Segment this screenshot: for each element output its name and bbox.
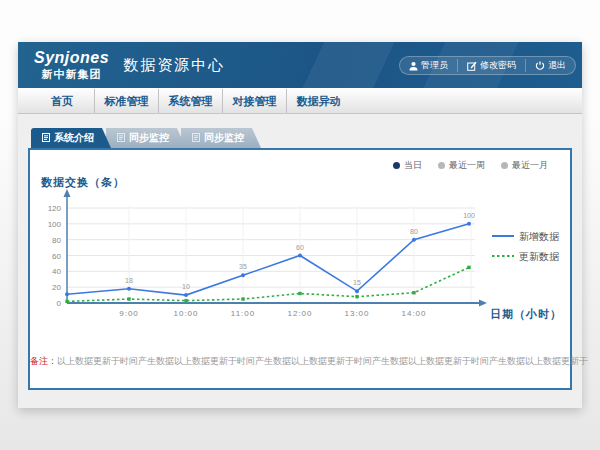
- svg-text:35: 35: [239, 263, 247, 270]
- tab-label: 同步监控: [129, 131, 169, 145]
- svg-text:更新数据: 更新数据: [519, 251, 560, 262]
- radio-option-1[interactable]: 当日: [393, 159, 422, 172]
- svg-text:80: 80: [410, 228, 418, 235]
- user-account-button[interactable]: 管理员: [400, 59, 457, 72]
- radio-dot: [438, 162, 445, 169]
- svg-text:80: 80: [52, 236, 61, 245]
- svg-text:60: 60: [296, 244, 304, 251]
- line-chart: 0204060801001209:0010:0011:0012:0013:001…: [30, 150, 570, 388]
- nav-item-2[interactable]: 标准管理: [94, 89, 158, 113]
- tab-label: 同步监控: [204, 131, 244, 145]
- nav-item-3[interactable]: 系统管理: [158, 89, 222, 113]
- radio-option-3[interactable]: 最近一月: [501, 159, 548, 172]
- footnote-prefix: 备注：: [30, 356, 57, 366]
- svg-text:100: 100: [463, 212, 475, 219]
- nav-item-4[interactable]: 对接管理: [222, 89, 286, 113]
- main-nav: 首页标准管理系统管理对接管理数据异动: [18, 88, 582, 114]
- footnote: 备注：以上数据更新于时间产生数据以上数据更新于时间产生数据以上数据更新于时间产生…: [30, 355, 570, 368]
- footnote-text: 以上数据更新于时间产生数据以上数据更新于时间产生数据以上数据更新于时间产生数据以…: [57, 356, 588, 366]
- logout-button[interactable]: 退出: [525, 59, 575, 72]
- user-icon: [409, 61, 418, 71]
- svg-text:10: 10: [182, 283, 190, 290]
- legend-item-2[interactable]: 更新数据: [492, 251, 560, 262]
- logo-brand-text: Synjones: [34, 50, 109, 66]
- svg-text:13:00: 13:00: [344, 309, 369, 318]
- time-range-filter: 当日最近一周最近一月: [393, 159, 548, 172]
- document-icon: [42, 133, 50, 144]
- tab-2[interactable]: 同步监控: [106, 128, 186, 148]
- axis-tick-labels: 0204060801001209:0010:0011:0012:0013:001…: [48, 204, 427, 318]
- svg-text:14:00: 14:00: [401, 309, 426, 318]
- logo-company-name: 新中新集团: [34, 69, 109, 80]
- legend-item-1[interactable]: 新增数据: [492, 231, 560, 242]
- series-新增数据: 181035601580100: [65, 212, 475, 297]
- svg-text:10:00: 10:00: [173, 309, 198, 318]
- edit-icon: [467, 61, 477, 71]
- user-menu-label: 管理员: [421, 59, 448, 72]
- svg-text:12:00: 12:00: [287, 309, 312, 318]
- document-icon: [117, 133, 125, 144]
- tab-bar: 系统介绍同步监控同步监控: [31, 128, 261, 148]
- svg-text:20: 20: [52, 283, 61, 292]
- svg-text:15: 15: [353, 279, 361, 286]
- radio-option-2[interactable]: 最近一周: [438, 159, 485, 172]
- svg-text:11:00: 11:00: [231, 309, 255, 318]
- page-title: 数据资源中心: [123, 56, 225, 75]
- radio-dot: [501, 162, 508, 169]
- user-menu: 管理员修改密码退出: [399, 56, 576, 75]
- nav-item-1[interactable]: 首页: [30, 89, 94, 113]
- tab-1[interactable]: 系统介绍: [31, 128, 111, 148]
- svg-text:120: 120: [48, 204, 62, 213]
- svg-text:18: 18: [125, 277, 133, 284]
- tab-label: 系统介绍: [54, 131, 94, 145]
- svg-text:9:00: 9:00: [119, 309, 139, 318]
- svg-text:60: 60: [52, 252, 61, 261]
- svg-text:新增数据: 新增数据: [519, 231, 560, 242]
- svg-text:0: 0: [57, 299, 62, 308]
- radio-label: 当日: [404, 159, 422, 172]
- user-menu-label: 退出: [548, 59, 566, 72]
- app-window: Synjones 新中新集团 数据资源中心 管理员修改密码退出 首页标准管理系统…: [18, 42, 582, 408]
- app-header: Synjones 新中新集团 数据资源中心 管理员修改密码退出: [18, 42, 582, 88]
- user-menu-label: 修改密码: [480, 59, 516, 72]
- svg-text:100: 100: [48, 220, 62, 229]
- chart-panel: 当日最近一周最近一月 数据交换（条） 日期（小时） 02040608010012…: [28, 148, 572, 390]
- radio-label: 最近一周: [449, 159, 485, 172]
- content-area: 系统介绍同步监控同步监控 当日最近一周最近一月 数据交换（条） 日期（小时） 0…: [18, 114, 582, 408]
- logout-icon: [535, 61, 545, 71]
- document-icon: [192, 133, 200, 144]
- radio-label: 最近一月: [512, 159, 548, 172]
- company-logo[interactable]: Synjones 新中新集团: [34, 50, 109, 80]
- tab-3[interactable]: 同步监控: [181, 128, 261, 148]
- change-password-button[interactable]: 修改密码: [457, 59, 525, 72]
- nav-item-5[interactable]: 数据异动: [286, 89, 350, 113]
- radio-dot: [393, 162, 400, 169]
- svg-text:40: 40: [52, 267, 61, 276]
